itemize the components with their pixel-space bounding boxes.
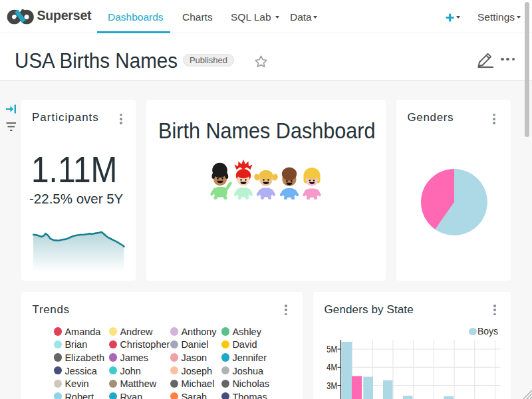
svg-text:3M: 3M — [327, 380, 337, 391]
svg-text:5M: 5M — [327, 344, 337, 354]
svg-text:4M: 4M — [327, 362, 337, 372]
